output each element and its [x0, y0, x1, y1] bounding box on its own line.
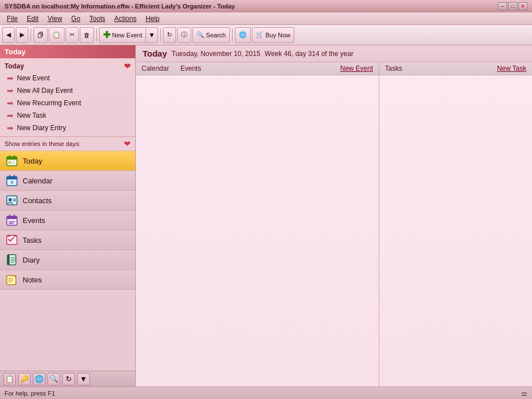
sidebar: Today Today ❤ ➡ New Event ➡ New All Day …	[0, 45, 136, 387]
main-layout: Today Today ❤ ➡ New Event ➡ New All Day …	[0, 45, 532, 387]
content-area: Today Tuesday, November 10, 2015 Week 46…	[136, 45, 532, 387]
toolbar-separator-4	[232, 28, 233, 42]
dropdown-arrow-icon: ▼	[148, 31, 155, 39]
statusbar: For help, press F1 ⚌	[0, 387, 532, 399]
svg-rect-14	[14, 235, 16, 237]
events-panel-header: Calendar Events New Event	[136, 62, 379, 75]
events-label: Events	[181, 65, 201, 72]
toolbar-paste-button[interactable]: 📋	[49, 27, 65, 43]
sidebar-item-notes[interactable]: Notes	[0, 270, 135, 290]
sidebar-btn-3[interactable]: 🌐	[33, 373, 45, 385]
globe-icon: 🌐	[35, 375, 44, 383]
sidebar-new-all-day-link[interactable]: ➡ New All Day Event	[0, 84, 135, 97]
content-week-info: Week 46, day 314 of the year	[265, 50, 354, 58]
sidebar-item-contacts[interactable]: Contacts	[0, 191, 135, 211]
today-nav-icon	[6, 155, 18, 167]
events-nav-icon	[6, 214, 18, 226]
toolbar-separator-2	[96, 28, 97, 42]
sidebar-header: Today	[0, 45, 135, 58]
arrow-icon: ➡	[7, 111, 14, 120]
tasks-panel-body	[379, 75, 532, 387]
toolbar: ◀ ▶ 🗍 📋 ✂ 🗑 ✚ New Event ▼ ↻ ⓘ 🔍 Search 🌐	[0, 25, 532, 45]
restore-button[interactable]: □	[508, 2, 517, 10]
svg-text:5: 5	[11, 181, 13, 185]
new-event-action-link[interactable]: New Event	[340, 65, 373, 72]
plus-icon: ✚	[103, 29, 110, 40]
content-today-title: Today	[143, 49, 167, 58]
new-task-action-link[interactable]: New Task	[497, 65, 526, 72]
menu-view[interactable]: View	[43, 14, 67, 24]
sidebar-new-task-link[interactable]: ➡ New Task	[0, 109, 135, 122]
toolbar-cut-button[interactable]: ✂	[66, 27, 79, 43]
menu-file[interactable]: File	[2, 14, 22, 24]
titlebar: SYSDBA on localhost:My Information.effw …	[0, 0, 532, 12]
close-button[interactable]: ✕	[518, 2, 527, 10]
toolbar-delete-button[interactable]: 🗑	[80, 27, 94, 43]
menu-edit[interactable]: Edit	[22, 14, 43, 24]
content-date: Tuesday, November 10, 2015	[171, 50, 260, 58]
sidebar-new-event-link[interactable]: ➡ New Event	[0, 72, 135, 84]
window-controls: – □ ✕	[498, 2, 527, 10]
globe-icon: 🌐	[239, 31, 247, 38]
toolbar-back-button[interactable]: ◀	[2, 27, 15, 43]
sync-icon: ↻	[167, 31, 172, 38]
svg-rect-8	[13, 199, 16, 200]
sidebar-new-recurring-link[interactable]: ➡ New Recurring Event	[0, 97, 135, 109]
search-icon: 🔍	[196, 31, 204, 38]
menu-tools[interactable]: Tools	[85, 14, 110, 24]
svg-rect-9	[13, 200, 16, 201]
notes-nav-icon	[6, 273, 18, 286]
sidebar-item-calendar[interactable]: 5 Calendar	[0, 171, 135, 191]
tasks-label: Tasks	[385, 65, 402, 72]
sidebar-item-diary[interactable]: Diary	[0, 250, 135, 270]
menu-go[interactable]: Go	[67, 14, 85, 24]
sidebar-btn-4[interactable]: 🔍	[48, 373, 60, 385]
content-body: Calendar Events New Event Tasks New Task	[136, 62, 532, 387]
diary-nav-icon	[6, 254, 18, 266]
toolbar-separator-1	[31, 28, 31, 42]
sidebar-new-diary-link[interactable]: ➡ New Diary Entry	[0, 122, 135, 134]
new-event-dropdown-button[interactable]: ▼	[145, 27, 158, 43]
back-icon: ◀	[6, 31, 11, 38]
sidebar-bottom-toolbar: 📋 🔑 🌐 🔍 ↻ ▼	[0, 371, 135, 387]
window-title: SYSDBA on localhost:My Information.effw …	[5, 3, 235, 10]
sidebar-btn-2[interactable]: 🔑	[18, 373, 31, 385]
buy-icon: 🛒	[256, 31, 264, 38]
toolbar-search-button[interactable]: 🔍 Search	[192, 27, 230, 43]
status-text: For help, press F1	[5, 390, 55, 397]
sidebar-more-button[interactable]: ▼	[77, 373, 90, 385]
sidebar-btn-5[interactable]: ↻	[62, 373, 75, 385]
forward-icon: ▶	[20, 31, 24, 38]
clipboard-icon: 📋	[5, 375, 14, 383]
toolbar-info-button[interactable]: ⓘ	[177, 27, 191, 43]
today-section: Today ❤ ➡ New Event ➡ New All Day Event …	[0, 58, 135, 137]
sidebar-btn-1[interactable]: 📋	[3, 373, 16, 385]
menu-help[interactable]: Help	[141, 14, 164, 24]
events-panel-body	[136, 75, 379, 387]
toolbar-buy-button[interactable]: 🛒 Buy Now	[252, 27, 294, 43]
svg-point-7	[8, 198, 12, 201]
sidebar-item-tasks[interactable]: Tasks	[0, 230, 135, 250]
svg-rect-11	[7, 216, 17, 219]
events-panel: Calendar Events New Event	[136, 62, 379, 387]
svg-rect-1	[7, 157, 17, 160]
calendar-nav-icon: 5	[6, 174, 18, 187]
more-icon: ▼	[80, 375, 87, 383]
minimize-button[interactable]: –	[498, 2, 507, 10]
menu-actions[interactable]: Actions	[110, 14, 141, 24]
new-event-button[interactable]: ✚ New Event	[99, 27, 145, 43]
toolbar-sync-button[interactable]: ↻	[163, 27, 176, 43]
sidebar-item-events[interactable]: Events	[0, 211, 135, 230]
toolbar-globe-button[interactable]: 🌐	[235, 27, 251, 43]
sidebar-item-today[interactable]: Today	[0, 151, 135, 171]
calendar-label: Calendar	[141, 65, 169, 72]
search-icon: 🔍	[49, 375, 58, 383]
tasks-panel: Tasks New Task	[379, 62, 532, 387]
events-panel-titles: Calendar Events	[141, 65, 201, 72]
menubar: File Edit View Go Tools Actions Help	[0, 12, 532, 25]
toolbar-copy-button[interactable]: 🗍	[33, 27, 48, 43]
today-label-row: Today ❤	[0, 61, 135, 72]
arrow-icon: ➡	[7, 74, 14, 83]
toolbar-forward-button[interactable]: ▶	[16, 27, 28, 43]
heart-icon-2: ❤	[124, 139, 131, 148]
